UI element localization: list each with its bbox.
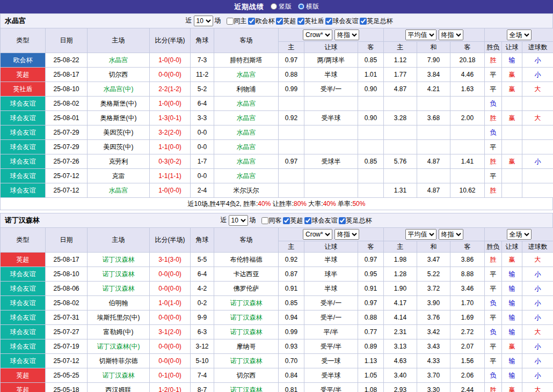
odds-time-select[interactable]: 终指 <box>334 229 359 240</box>
league-badge: 球会友谊 <box>1 296 46 310</box>
filter-option-3[interactable]: 英足总杯 <box>339 216 372 225</box>
handicap-away-odds: 0.85 <box>358 53 384 68</box>
result-mark: 平 <box>485 140 502 154</box>
match-row: 英超25-08-17切尔西0-0(0-0)11-2水晶宫0.88半球1.011.… <box>1 68 553 82</box>
avg-home-odds: 4.63 <box>384 354 417 368</box>
away-team: 摩纳哥 <box>214 339 279 354</box>
filter-option-3[interactable]: 英社盾 <box>297 17 324 26</box>
avg-odds-select[interactable]: 平均值 <box>405 229 436 240</box>
view-radio[interactable] <box>298 3 304 10</box>
filter-option-0[interactable]: 同客 <box>261 216 282 225</box>
avg-time-select[interactable]: 终指 <box>439 229 463 240</box>
handicap-away-odds: 0.90 <box>358 82 384 97</box>
col-header-goals: 进球数 <box>522 241 553 253</box>
avg-draw-odds: 4.33 <box>417 354 450 368</box>
away-team: 切尔西 <box>214 368 279 383</box>
avg-home-odds: 1.12 <box>384 53 417 68</box>
handicap-home-odds: 0.99 <box>279 82 304 97</box>
handicap-line: 半球 <box>304 282 358 296</box>
filter-option-1[interactable]: 英超 <box>283 216 303 225</box>
avg-home-odds: 2.31 <box>384 325 417 339</box>
filter-checkbox[interactable] <box>248 18 255 25</box>
avg-away-odds: 1.56 <box>450 354 485 368</box>
handicap-away-odds <box>358 97 384 111</box>
filter-checkbox[interactable] <box>227 18 234 25</box>
handicap-line <box>304 97 358 111</box>
team-name: 诺丁汉森林 <box>5 216 40 225</box>
league-badge: 英超 <box>1 368 46 383</box>
odds-time-select[interactable]: 终指 <box>334 29 359 40</box>
col-header-handicap-result: 让球 <box>502 42 522 53</box>
away-team: 水晶宫 <box>214 68 279 82</box>
col-header-avg-home: 主 <box>384 241 417 253</box>
filter-checkbox[interactable] <box>339 217 346 224</box>
filter-option-0[interactable]: 同主 <box>227 17 247 26</box>
match-date: 25-08-06 <box>46 282 88 296</box>
league-badge: 球会友谊 <box>1 325 46 339</box>
odds-company-select[interactable]: Crow* <box>303 229 332 240</box>
view-option-1[interactable]: 横版 <box>298 2 319 11</box>
corner-count: 5-5 <box>191 253 214 267</box>
goals-mark: 大 <box>522 325 553 339</box>
handicap-result-mark: 赢 <box>502 253 522 267</box>
odds-company-select[interactable]: Crow* <box>303 29 332 40</box>
scope-select[interactable]: 全场 <box>507 229 532 240</box>
handicap-home-odds: 0.99 <box>279 325 304 339</box>
result-mark: 平 <box>485 354 502 368</box>
match-count-select[interactable]: 10 <box>229 215 248 226</box>
score: 0-0(0-0) <box>150 310 191 325</box>
handicap-line: 两/两球半 <box>304 53 358 68</box>
match-count-select[interactable]: 10 <box>194 16 213 26</box>
col-header-handicap-result: 让球 <box>502 241 522 253</box>
handicap-away-odds: 0.85 <box>358 154 384 169</box>
handicap-line: 受一球 <box>304 354 358 368</box>
filter-option-1[interactable]: 欧会杯 <box>248 17 275 26</box>
matches-tbody: 英超25-08-17诺丁汉森林3-1(3-0)5-5布伦特福德0.92半球0.9… <box>1 253 553 392</box>
match-row: 球会友谊25-08-10诺丁汉森林0-0(0-0)6-4卡达西亚0.87球半0.… <box>1 267 553 282</box>
filter-option-label: 欧会杯 <box>256 17 275 26</box>
avg-home-odds <box>384 169 417 183</box>
avg-time-select[interactable]: 终指 <box>439 29 463 40</box>
goals-mark: 小 <box>522 267 553 282</box>
match-row: 欧会杯25-08-22水晶宫1-0(0-0)7-3腓特烈斯塔0.97两/两球半0… <box>1 53 553 68</box>
filter-option-5[interactable]: 英足总杯 <box>360 17 393 26</box>
avg-odds-select[interactable]: 平均值 <box>405 29 436 40</box>
goals-mark: 小 <box>522 310 553 325</box>
filter-option-2[interactable]: 英超 <box>276 17 296 26</box>
handicap-result-mark: 输 <box>502 53 522 68</box>
match-date: 25-07-26 <box>46 154 88 169</box>
summary-text: 单率: <box>336 200 353 208</box>
filter-checkbox[interactable] <box>325 18 332 25</box>
match-row: 球会友谊25-08-06诺丁汉森林0-0(0-0)4-2佛罗伦萨0.91半球0.… <box>1 282 553 296</box>
score: 3-1(2-0) <box>150 325 191 339</box>
corner-count: 1-7 <box>191 154 214 169</box>
filter-checkbox[interactable] <box>261 217 268 224</box>
scope-select[interactable]: 全场 <box>507 29 532 40</box>
match-row: 球会友谊25-07-12水晶宫1-0(0-0)2-4米尔沃尔1.314.8710… <box>1 183 553 198</box>
corner-count: 7-3 <box>191 53 214 68</box>
filter-option-4[interactable]: 球会友谊 <box>325 17 359 26</box>
corner-count: 6-3 <box>191 325 214 339</box>
filter-checkbox[interactable] <box>283 217 290 224</box>
handicap-home-odds <box>279 183 304 198</box>
handicap-away-odds: 0.90 <box>358 111 384 125</box>
avg-draw-odds: 4.21 <box>417 82 450 97</box>
league-badge: 球会友谊 <box>1 339 46 354</box>
col-header-odds-home: 主 <box>279 42 304 53</box>
filter-checkbox[interactable] <box>304 217 311 224</box>
handicap-result-mark: 赢 <box>502 82 522 97</box>
view-radio[interactable] <box>271 3 277 10</box>
match-date: 25-08-22 <box>46 53 88 68</box>
filter-checkbox[interactable] <box>297 18 304 25</box>
view-option-0[interactable]: 竖版 <box>271 2 292 11</box>
home-team: 克雷 <box>88 169 150 183</box>
handicap-home-odds <box>279 125 304 140</box>
match-date: 25-07-29 <box>46 140 88 154</box>
filter-checkbox[interactable] <box>276 18 283 25</box>
filter-checkbox[interactable] <box>360 18 367 25</box>
match-date: 25-07-27 <box>46 325 88 339</box>
handicap-line: 半球 <box>304 253 358 267</box>
avg-draw-odds: 7.90 <box>417 53 450 68</box>
col-header-odds-away: 客 <box>358 42 384 53</box>
filter-option-2[interactable]: 球会友谊 <box>304 216 338 225</box>
